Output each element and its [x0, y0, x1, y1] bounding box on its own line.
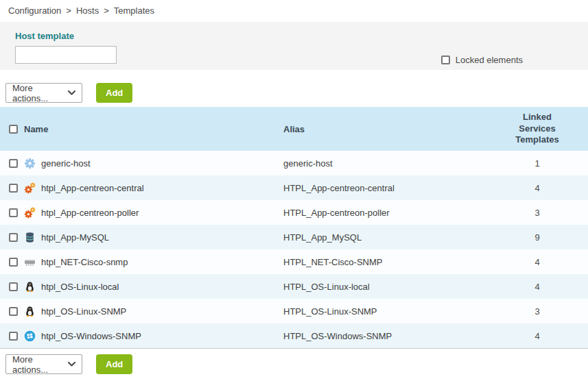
windows-icon [24, 330, 36, 342]
table-row: htpl_NET-Cisco-snmp HTPL_NET-Cisco-SNMP … [0, 249, 588, 274]
more-actions-label: More actions... [12, 354, 68, 375]
template-name-link[interactable]: generic-host [41, 158, 91, 169]
alias-cell: HTPL_NET-Cisco-SNMP [283, 257, 491, 267]
add-button[interactable]: Add [96, 83, 132, 103]
alias-cell: HTPL_App-centreon-central [283, 183, 491, 193]
table-row: htpl_App-centreon-central HTPL_App-centr… [0, 175, 588, 200]
column-header-alias: Alias [283, 124, 491, 134]
row-checkbox[interactable] [9, 233, 18, 242]
linked-services-count: 4 [491, 257, 588, 267]
template-name-link[interactable]: htpl_App-centreon-poller [41, 208, 139, 218]
linked-services-count: 4 [491, 282, 588, 292]
table-row: htpl_App-centreon-poller HTPL_App-centre… [0, 200, 588, 225]
row-checkbox[interactable] [9, 159, 18, 168]
network-switch-icon [24, 256, 36, 268]
template-name-link[interactable]: htpl_NET-Cisco-snmp [41, 257, 128, 267]
breadcrumb-templates[interactable]: Templates [114, 5, 154, 16]
more-actions-select[interactable]: More actions... [5, 83, 82, 103]
row-checkbox[interactable] [9, 307, 18, 316]
chevron-down-icon [68, 362, 75, 367]
linked-services-count: 4 [491, 183, 588, 193]
linked-services-count: 3 [491, 208, 588, 218]
row-checkbox[interactable] [9, 208, 18, 217]
alias-cell: HTPL_OS-Linux-local [283, 282, 491, 292]
locked-elements-label: Locked elements [456, 55, 523, 65]
bottom-action-bar: More actions... Add [0, 349, 588, 374]
linked-services-count: 4 [491, 331, 588, 341]
breadcrumb-separator: > [66, 5, 71, 16]
linked-services-count: 3 [491, 306, 588, 317]
top-action-bar: More actions... Add [0, 70, 588, 107]
locked-elements-checkbox[interactable] [441, 56, 450, 64]
select-all-checkbox[interactable] [9, 125, 18, 134]
table-header-row: Name Alias Linked Services Templates [0, 107, 588, 151]
gear-icon [24, 158, 36, 169]
table-row: htpl_App-MySQL HTPL_App_MySQL 9 [0, 225, 588, 249]
more-actions-label: More actions... [12, 83, 68, 103]
table-row: generic-host generic-host 1 [0, 151, 588, 175]
linked-services-count: 9 [491, 232, 588, 243]
host-templates-table: Name Alias Linked Services Templates gen… [0, 107, 588, 349]
template-name-link[interactable]: htpl_App-MySQL [41, 232, 109, 243]
linux-tux-icon [24, 281, 36, 293]
chevron-down-icon [68, 90, 75, 95]
breadcrumb: Configuration>Hosts>Templates [0, 0, 588, 22]
database-icon [24, 232, 36, 243]
more-actions-select[interactable]: More actions... [5, 354, 82, 374]
breadcrumb-separator: > [104, 5, 109, 16]
column-header-linked-services-templates: Linked Services Templates [491, 112, 588, 147]
alias-cell: HTPL_OS-Windows-SNMP [283, 331, 491, 341]
linked-services-count: 1 [491, 158, 588, 169]
alias-cell: HTPL_App-centreon-poller [283, 208, 491, 218]
template-name-link[interactable]: htpl_App-centreon-central [41, 183, 144, 193]
column-header-name: Name [24, 124, 48, 134]
row-checkbox[interactable] [9, 332, 18, 341]
table-row: htpl_OS-Linux-local HTPL_OS-Linux-local … [0, 274, 588, 299]
linux-tux-icon [24, 306, 36, 317]
app-gears-icon [24, 182, 36, 194]
breadcrumb-hosts[interactable]: Hosts [76, 5, 99, 16]
template-name-link[interactable]: htpl_OS-Windows-SNMP [41, 331, 141, 341]
row-checkbox[interactable] [9, 184, 18, 193]
alias-cell: HTPL_OS-Linux-SNMP [283, 306, 491, 317]
alias-cell: HTPL_App_MySQL [283, 232, 491, 243]
template-name-link[interactable]: htpl_OS-Linux-local [41, 282, 119, 292]
table-row: htpl_OS-Linux-SNMP HTPL_OS-Linux-SNMP 3 [0, 299, 588, 323]
breadcrumb-configuration[interactable]: Configuration [8, 5, 61, 16]
row-checkbox[interactable] [9, 258, 18, 267]
host-template-search-input[interactable] [15, 46, 117, 64]
app-gears-icon [24, 207, 36, 219]
host-template-label: Host template [15, 31, 117, 41]
table-row: htpl_OS-Windows-SNMP HTPL_OS-Windows-SNM… [0, 323, 588, 348]
add-button[interactable]: Add [96, 354, 132, 374]
template-name-link[interactable]: htpl_OS-Linux-SNMP [41, 306, 126, 317]
filter-panel: Host template Locked elements [0, 22, 588, 70]
alias-cell: generic-host [283, 158, 491, 169]
row-checkbox[interactable] [9, 282, 18, 291]
